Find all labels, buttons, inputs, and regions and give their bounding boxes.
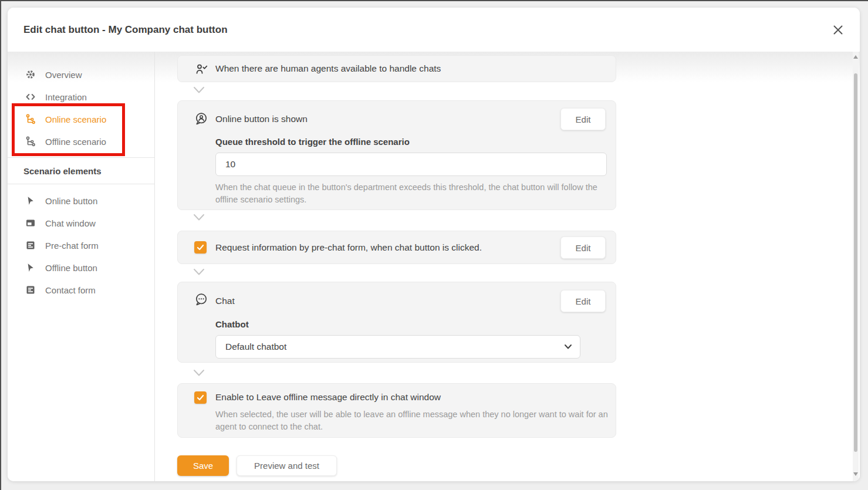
sidebar-item-offline-scenario[interactable]: Offline scenario [8,130,154,153]
sidebar-divider [8,184,154,184]
offline-message-text: Enable to Leave offline message directly… [215,392,441,403]
offline-message-checkbox[interactable] [194,391,207,404]
edit-prechat-button[interactable]: Edit [560,236,606,259]
chatbot-label: Chatbot [215,319,249,329]
sidebar-item-prechat-form[interactable]: Pre-chat form [8,234,154,256]
person-bubble-icon [194,111,208,126]
vertical-scrollbar[interactable] [853,52,859,481]
screenshot-root: { "dialog": { "title": "Edit chat button… [0,0,868,490]
sidebar-divider [8,157,154,158]
prechat-checkbox[interactable] [194,241,207,254]
save-button[interactable]: Save [177,455,229,476]
sidebar-item-chat-window[interactable]: Chat window [8,212,154,234]
code-icon [25,92,36,102]
chevron-down-icon [564,344,572,350]
agents-available-text: When there are human agents available to… [215,63,441,74]
scenario-tree-icon [25,114,36,124]
chevron-down-icon [193,86,205,94]
chevron-down-icon [193,214,205,221]
offline-message-help: When selected, the user will be able to … [215,408,614,433]
scenario-settings-panel: When there are human agents available to… [155,52,860,481]
chatbot-select[interactable]: Default chatbot [215,335,580,359]
sidebar-item-contact-form[interactable]: Contact form [8,279,154,301]
close-icon[interactable] [829,21,847,39]
chat-dots-icon [194,292,208,306]
chat-card: Chat Edit Chatbot Default chatbot [177,282,616,363]
chatbot-select-value: Default chatbot [225,342,286,352]
online-button-card: Online button is shown Edit Queue thresh… [177,100,616,210]
scroll-down-arrow-icon[interactable] [853,472,858,476]
edit-chat-button[interactable]: Edit [560,290,606,312]
edit-chat-button-dialog: Edit chat button - My Company chat butto… [8,8,860,481]
gear-icon [25,69,36,80]
scrollbar-thumb[interactable] [854,73,857,452]
queue-threshold-label: Queue threshold to trigger the offline s… [215,137,410,147]
dialog-body: Overview Integration [8,52,860,481]
dialog-title: Edit chat button - My Company chat butto… [23,24,829,36]
preview-and-test-button[interactable]: Preview and test [237,455,337,476]
sidebar-item-offline-button[interactable]: Offline button [8,256,154,279]
pointer-icon [25,262,36,273]
queue-threshold-help: When the chat queue in the button's depa… [215,181,603,206]
prechat-form-card: Request information by pre-chat form, wh… [177,231,616,264]
agents-available-card: When there are human agents available to… [177,55,616,82]
online-button-card-title: Online button is shown [215,114,308,124]
edit-online-button[interactable]: Edit [560,108,606,130]
form-icon [25,285,36,295]
window-icon [25,218,36,228]
queue-threshold-input[interactable] [215,153,607,176]
pointer-icon [25,195,36,206]
sidebar-item-overview[interactable]: Overview [8,63,154,86]
form-icon [25,240,36,251]
person-check-icon [194,62,208,76]
chevron-down-icon [193,369,205,377]
chevron-down-icon [193,268,205,276]
scroll-up-arrow-icon[interactable] [853,55,858,59]
check-icon [196,243,205,252]
dialog-header: Edit chat button - My Company chat butto… [8,8,860,52]
offline-message-card: Enable to Leave offline message directly… [177,383,616,438]
sidebar-item-integration[interactable]: Integration [8,86,154,108]
check-icon [196,393,205,402]
sidebar: Overview Integration [8,52,155,481]
sidebar-item-online-scenario[interactable]: Online scenario [8,108,154,130]
prechat-card-text: Request information by pre-chat form, wh… [215,242,482,253]
chat-card-title: Chat [215,296,235,306]
scenario-tree-icon [25,136,36,147]
sidebar-section-header: Scenario elements [23,166,102,176]
sidebar-item-online-button[interactable]: Online button [8,190,154,212]
